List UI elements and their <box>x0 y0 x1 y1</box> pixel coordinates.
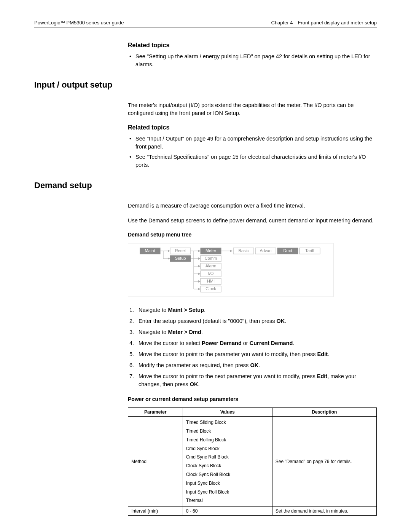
demand-p1: Demand is a measure of average consumpti… <box>128 202 377 210</box>
table-header-row: Parameter Values Description <box>128 408 377 417</box>
svg-marker-2 <box>168 250 170 252</box>
svg-text:Comm: Comm <box>205 256 217 260</box>
svg-text:Clock: Clock <box>206 286 216 291</box>
cell-param: Interval (min) <box>128 507 183 516</box>
menu-tree-svg: Maint Reset Setup <box>140 247 322 293</box>
related-topics-heading: Related topics <box>128 124 377 131</box>
svg-marker-12 <box>198 280 201 283</box>
demand-steps-list: Navigate to Maint > Setup. Enter the set… <box>128 306 377 388</box>
header-right: Chapter 4—Front panel display and meter … <box>271 20 377 26</box>
cell-values: Timed Sliding Block Timed Block Timed Ro… <box>183 417 272 507</box>
svg-text:Maint: Maint <box>145 248 155 253</box>
value-item: Timed Block <box>186 427 269 436</box>
param-table-title: Power or current demand setup parameters <box>128 396 377 402</box>
step-item: Move the cursor to point to the next par… <box>135 372 377 388</box>
svg-text:Tariff: Tariff <box>305 248 315 253</box>
demand-setup-heading: Demand setup <box>34 181 377 190</box>
related-topics-list: See "Input / Output" on page 49 for a co… <box>128 135 377 169</box>
svg-marker-9 <box>198 257 201 260</box>
cell-desc: See "Demand" on page 79 for details. <box>272 417 376 507</box>
related-topic-item: See "Input / Output" on page 49 for a co… <box>128 135 377 151</box>
value-item: Thermal <box>186 496 269 505</box>
value-item: Timed Sliding Block <box>186 418 269 427</box>
step-item: Move the cursor to select Power Demand o… <box>135 339 377 347</box>
svg-text:HMI: HMI <box>207 279 215 283</box>
menu-tree-title: Demand setup menu tree <box>128 232 377 238</box>
io-intro-text: The meter's input/output (I/O) ports ext… <box>128 101 377 117</box>
svg-text:Advan: Advan <box>260 248 271 253</box>
related-topics-heading: Related topics <box>128 42 377 49</box>
table-row: Method Timed Sliding Block Timed Block T… <box>128 417 377 507</box>
header-left: PowerLogic™ PM5300 series user guide <box>34 20 124 26</box>
svg-text:Setup: Setup <box>175 256 186 260</box>
io-setup-heading: Input / output setup <box>34 80 377 90</box>
related-topic-item: See "Setting up the alarm / energy pulsi… <box>128 53 377 69</box>
page-content: Related topics See "Setting up the alarm… <box>34 27 377 532</box>
step-item: Navigate to Meter > Dmd. <box>135 328 377 336</box>
demand-setup-block: Demand is a measure of average consumpti… <box>128 202 377 516</box>
cell-values: 0 - 60 <box>183 507 272 516</box>
svg-text:Basic: Basic <box>239 248 249 253</box>
io-setup-block: The meter's input/output (I/O) ports ext… <box>128 101 377 169</box>
cell-desc: Set the demand interval, in minutes. <box>272 507 376 516</box>
related-topics-block-1: Related topics See "Setting up the alarm… <box>128 42 377 69</box>
step-item: Move the cursor to point to the paramete… <box>135 350 377 358</box>
related-topic-item: See "Technical Specifications" on page 1… <box>128 153 377 169</box>
svg-text:Dmd: Dmd <box>283 248 292 253</box>
svg-marker-3 <box>168 257 170 260</box>
svg-marker-10 <box>198 265 201 267</box>
svg-marker-26 <box>230 250 233 252</box>
value-item: Clock Sync Block <box>186 462 269 470</box>
cell-param: Method <box>128 417 183 507</box>
col-description: Description <box>272 408 376 417</box>
value-item: Cmd Sync Block <box>186 444 269 453</box>
table-row: Interval (min) 0 - 60 Set the demand int… <box>128 507 377 516</box>
value-item: Input Sync Block <box>186 479 269 488</box>
col-values: Values <box>183 408 272 417</box>
step-item: Navigate to Maint > Setup. <box>135 306 377 314</box>
value-item: Input Sync Roll Block <box>186 488 269 497</box>
related-topics-list: See "Setting up the alarm / energy pulsi… <box>128 53 377 69</box>
menu-tree-diagram: Maint Reset Setup <box>128 243 333 297</box>
page-header: PowerLogic™ PM5300 series user guide Cha… <box>34 20 377 27</box>
svg-text:Reset: Reset <box>175 248 186 253</box>
value-item: Timed Rolling Block <box>186 436 269 444</box>
svg-marker-13 <box>198 288 201 290</box>
svg-marker-11 <box>198 273 201 275</box>
value-item: Cmd Sync Roll Block <box>186 453 269 462</box>
svg-text:I/O: I/O <box>208 271 214 276</box>
step-item: Enter the setup password (default is "00… <box>135 317 377 325</box>
param-table: Parameter Values Description Method Time… <box>128 407 377 516</box>
page: PowerLogic™ PM5300 series user guide Cha… <box>0 0 411 532</box>
demand-p2: Use the Demand setup screens to define p… <box>128 217 377 225</box>
col-parameter: Parameter <box>128 408 183 417</box>
step-item: Modify the parameter as required, then p… <box>135 361 377 369</box>
svg-marker-8 <box>198 250 201 252</box>
value-item: Clock Sync Roll Block <box>186 470 269 479</box>
svg-text:Alarm: Alarm <box>206 264 217 268</box>
svg-text:Meter: Meter <box>206 248 216 253</box>
